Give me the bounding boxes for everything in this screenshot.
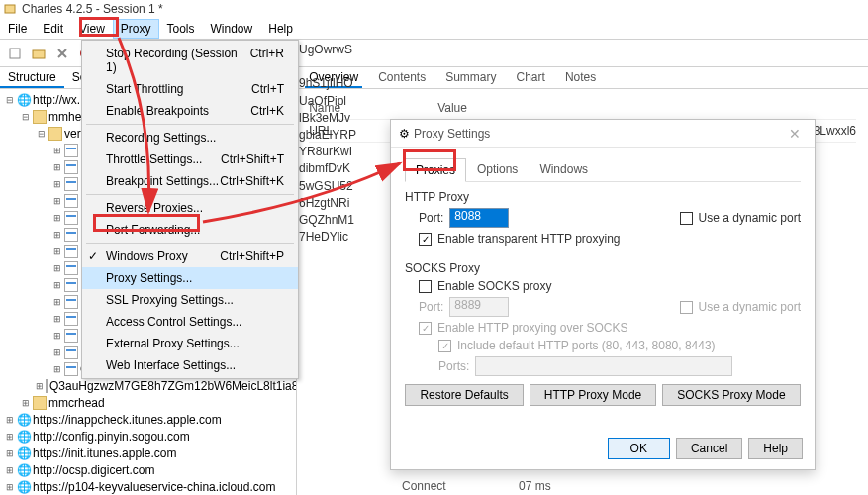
transparent-label: Enable transparent HTTP proxying	[437, 232, 621, 246]
file-icon	[64, 329, 78, 343]
tab-summary[interactable]: Summary	[441, 67, 500, 88]
menu-file[interactable]: File	[0, 19, 35, 39]
toolbar-new-icon[interactable]	[4, 43, 26, 64]
menu-proxy-settings[interactable]: Proxy Settings...	[82, 267, 298, 289]
http-proxy-mode-button[interactable]: HTTP Proxy Mode	[530, 384, 656, 406]
menu-enable-breakpoints[interactable]: Enable BreakpointsCtrl+K	[82, 100, 298, 122]
tree-host[interactable]: ⊞🌐http://config.pinyin.sogou.com	[0, 428, 296, 445]
toolbar-open-icon[interactable]	[28, 43, 49, 64]
menu-start-throttling[interactable]: Start ThrottlingCtrl+T	[82, 78, 298, 100]
dialog-icon: ⚙	[399, 127, 410, 141]
overview-connect-row: Connect 07 ms	[390, 479, 551, 493]
menu-edit[interactable]: Edit	[35, 19, 71, 39]
tree-folder[interactable]: ⊞mmcrhead	[0, 394, 296, 411]
restore-defaults-button[interactable]: Restore Defaults	[405, 384, 523, 406]
right-tabs: Overview Contents Summary Chart Notes	[297, 67, 868, 89]
file-icon	[64, 211, 78, 225]
file-icon	[64, 312, 78, 326]
window-titlebar: Charles 4.2.5 - Session 1 *	[0, 0, 868, 18]
http-proxy-label: HTTP Proxy	[405, 190, 801, 204]
file-icon	[64, 177, 78, 191]
svg-rect-0	[5, 5, 15, 13]
menu-throttle-settings[interactable]: Throttle Settings...Ctrl+Shift+T	[82, 148, 298, 170]
tree-text-fragments: UgOwrwS 9hS1jIlHO UaOfPipl lBk3eMJv gbia…	[299, 42, 356, 246]
tab-notes[interactable]: Notes	[561, 67, 600, 88]
menu-label: Enable Breakpoints	[106, 104, 209, 118]
ports-label: Ports:	[438, 359, 469, 373]
annotation-box	[403, 149, 456, 171]
menu-breakpoint-settings[interactable]: Breakpoint Settings...Ctrl+Shift+K	[82, 170, 298, 192]
tree-label: https://p104-keyvalueservice-china.iclou…	[33, 480, 275, 494]
help-button[interactable]: Help	[748, 438, 803, 459]
globe-icon: 🌐	[17, 413, 31, 427]
transparent-checkbox[interactable]: ✓	[419, 233, 432, 246]
menu-label: Reverse Proxies...	[106, 201, 203, 215]
close-icon[interactable]: ✕	[783, 126, 807, 142]
cancel-button[interactable]: Cancel	[676, 438, 742, 459]
tab-chart[interactable]: Chart	[513, 67, 549, 88]
menu-label: Throttle Settings...	[106, 152, 202, 166]
tab-options[interactable]: Options	[466, 157, 529, 181]
http-over-socks-checkbox: ✓	[419, 322, 432, 335]
ok-button[interactable]: OK	[608, 438, 670, 459]
shortcut: Ctrl+R	[250, 47, 284, 74]
tree-host[interactable]: ⊞🌐https://inappcheck.itunes.apple.com	[0, 411, 296, 428]
menu-proxy[interactable]: Proxy	[113, 19, 159, 39]
menu-external-proxy[interactable]: External Proxy Settings...	[82, 333, 298, 354]
dialog-titlebar[interactable]: ⚙ Proxy Settings ✕	[391, 120, 815, 148]
default-ports-checkbox: ✓	[438, 340, 451, 352]
socks-port-input: 8889	[449, 297, 509, 317]
socks-proxy-label: SOCKS Proxy	[405, 261, 801, 275]
menu-stop-recording[interactable]: Stop Recording (Session 1)Ctrl+R	[82, 43, 298, 78]
menu-label: Breakpoint Settings...	[106, 174, 219, 188]
menubar[interactable]: File Edit View Proxy Tools Window Help	[0, 18, 868, 40]
tab-windows[interactable]: Windows	[529, 157, 599, 181]
menu-web-interface[interactable]: Web Interface Settings...	[82, 354, 298, 376]
menu-separator	[86, 124, 294, 125]
menu-windows-proxy[interactable]: ✓Windows ProxyCtrl+Shift+P	[82, 246, 298, 267]
menu-label: Access Control Settings...	[106, 315, 241, 329]
menu-access-control[interactable]: Access Control Settings...	[82, 311, 298, 333]
tree-host[interactable]: ⊞🌐https://p104-keyvalueservice-china.icl…	[0, 478, 296, 495]
socks-proxy-mode-button[interactable]: SOCKS Proxy Mode	[662, 384, 800, 406]
menu-tools[interactable]: Tools	[159, 19, 203, 39]
dynamic-port-checkbox[interactable]	[680, 212, 693, 225]
tree-label: ver	[64, 127, 81, 141]
socks-dynamic-label: Use a dynamic port	[699, 300, 801, 314]
file-icon	[64, 245, 78, 258]
socks-port-label: Port:	[419, 300, 443, 314]
menu-label: Recording Settings...	[106, 131, 216, 145]
default-ports-label: Include default HTTP ports (80, 443, 808…	[457, 339, 716, 352]
tab-contents[interactable]: Contents	[374, 67, 430, 88]
proxy-menu[interactable]: Stop Recording (Session 1)Ctrl+R Start T…	[81, 40, 299, 379]
enable-socks-label: Enable SOCKS proxy	[437, 279, 551, 293]
globe-icon: 🌐	[17, 93, 31, 107]
globe-icon: 🌐	[17, 446, 31, 460]
dialog-title-text: Proxy Settings	[410, 127, 783, 141]
menu-separator	[86, 243, 294, 244]
menu-window[interactable]: Window	[203, 19, 261, 39]
tree-label: http://ocsp.digicert.com	[33, 463, 154, 477]
menu-label: SSL Proxying Settings...	[106, 293, 234, 307]
tree-host[interactable]: ⊞🌐http://ocsp.digicert.com	[0, 461, 296, 478]
dialog-tabs: Proxies Options Windows	[405, 157, 801, 182]
app-icon	[4, 3, 16, 15]
menu-label: Start Throttling	[106, 82, 183, 96]
enable-socks-checkbox[interactable]	[419, 280, 432, 293]
overview-connect-value: 07 ms	[519, 479, 551, 493]
window-title: Charles 4.2.5 - Session 1 *	[22, 2, 163, 16]
tree-label: https://inappcheck.itunes.apple.com	[33, 413, 222, 427]
menu-help[interactable]: Help	[260, 19, 301, 39]
http-port-input[interactable]: 8088	[449, 208, 509, 228]
tree-host[interactable]: ⊞🌐https://init.itunes.apple.com	[0, 445, 296, 461]
file-icon	[46, 379, 48, 393]
file-icon	[64, 194, 78, 208]
menu-ssl-proxying[interactable]: SSL Proxying Settings...	[82, 289, 298, 311]
toolbar-close-icon[interactable]	[51, 43, 73, 64]
tab-structure[interactable]: Structure	[0, 67, 64, 88]
folder-icon	[33, 110, 47, 124]
tree-item[interactable]: ⊞Q3auHgzwzM7GE8h7ZGm12bW6MeicL8lt1ia8CES…	[0, 377, 296, 394]
tree-label: http://config.pinyin.sogou.com	[33, 430, 190, 444]
file-icon	[64, 295, 78, 309]
menu-recording-settings[interactable]: Recording Settings...	[82, 127, 298, 148]
